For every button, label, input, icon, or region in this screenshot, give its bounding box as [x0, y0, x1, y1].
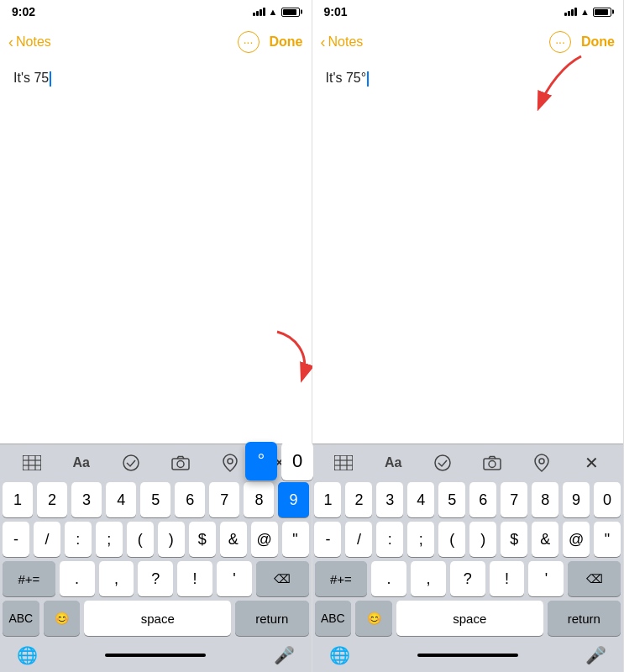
key-slash[interactable]: /: [34, 522, 60, 557]
r-key-rparen[interactable]: ): [469, 522, 496, 557]
key-colon[interactable]: :: [65, 522, 92, 557]
key-1[interactable]: 1: [3, 482, 33, 517]
right-format-label: Aa: [385, 455, 401, 470]
left-toolbar-camera[interactable]: [165, 448, 196, 478]
key-period[interactable]: .: [60, 561, 95, 596]
r-key-abc[interactable]: ABC: [315, 601, 352, 636]
r-key-exclaim[interactable]: !: [490, 561, 525, 596]
left-done-button[interactable]: Done: [270, 34, 303, 50]
left-globe-icon[interactable]: 🌐: [17, 645, 38, 665]
right-toolbar-close[interactable]: ✕: [576, 448, 606, 478]
r-key-colon[interactable]: :: [376, 522, 403, 557]
r-key-6[interactable]: 6: [469, 482, 496, 517]
left-more-button[interactable]: ···: [238, 31, 260, 53]
key-dollar[interactable]: $: [189, 522, 216, 557]
key-8[interactable]: 8: [244, 482, 274, 517]
key-4[interactable]: 4: [106, 482, 136, 517]
left-keyboard[interactable]: ° 0 1 2 3 4 5 6 7 8 9 - / : ; ( ) $: [0, 480, 312, 643]
r-key-comma[interactable]: ,: [411, 561, 446, 596]
r-key-slash[interactable]: /: [345, 522, 372, 557]
key-9-highlighted[interactable]: 9: [278, 482, 308, 517]
r-key-0[interactable]: 0: [594, 482, 621, 517]
key-comma[interactable]: ,: [99, 561, 134, 596]
r-key-3[interactable]: 3: [376, 482, 403, 517]
key-apostrophe[interactable]: ': [217, 561, 252, 596]
right-special-row: #+= . , ? ! ' ⌫: [315, 561, 621, 596]
right-more-button[interactable]: ···: [549, 31, 571, 53]
r-key-return[interactable]: return: [548, 601, 621, 636]
left-mic-icon[interactable]: 🎤: [274, 645, 295, 665]
right-red-arrow: [522, 52, 598, 119]
r-key-emoji[interactable]: 😊: [355, 601, 392, 636]
right-back-button[interactable]: ‹ Notes: [321, 34, 364, 51]
key-ampersand[interactable]: &: [220, 522, 247, 557]
r-key-semicolon[interactable]: ;: [407, 522, 434, 557]
key-5[interactable]: 5: [140, 482, 170, 517]
r-key-quote[interactable]: ": [594, 522, 621, 557]
right-done-button[interactable]: Done: [581, 34, 615, 50]
left-nav-bar: ‹ Notes ··· Done: [0, 24, 312, 60]
right-note-content[interactable]: It's 75°: [312, 60, 624, 444]
key-space[interactable]: space: [84, 601, 231, 636]
r-key-5[interactable]: 5: [438, 482, 465, 517]
r-key-2[interactable]: 2: [345, 482, 372, 517]
r-key-at[interactable]: @: [563, 522, 590, 557]
right-close-icon: ✕: [585, 453, 599, 473]
key-question[interactable]: ?: [138, 561, 173, 596]
right-toolbar-location[interactable]: [527, 448, 557, 478]
key-dash[interactable]: -: [3, 522, 29, 557]
left-toolbar-format[interactable]: Aa: [66, 448, 97, 478]
r-key-space[interactable]: space: [396, 601, 543, 636]
key-backspace[interactable]: ⌫: [256, 561, 309, 596]
key-3[interactable]: 3: [71, 482, 102, 517]
r-key-lparen[interactable]: (: [438, 522, 465, 557]
r-key-dollar[interactable]: $: [501, 522, 527, 557]
right-toolbar-camera[interactable]: [477, 448, 507, 478]
key-7[interactable]: 7: [209, 482, 239, 517]
right-keyboard-toolbar: Aa ✕: [312, 444, 624, 480]
right-mic-icon[interactable]: 🎤: [585, 645, 606, 665]
key-semicolon[interactable]: ;: [96, 522, 123, 557]
r-key-apostrophe[interactable]: ': [528, 561, 564, 596]
right-keyboard[interactable]: 1 2 3 4 5 6 7 8 9 0 - / : ; ( ) $ & @ " …: [312, 480, 624, 643]
key-lparen[interactable]: (: [127, 522, 154, 557]
key-return[interactable]: return: [235, 601, 308, 636]
right-globe-icon[interactable]: 🌐: [329, 645, 350, 665]
left-chevron-icon: ‹: [8, 34, 13, 51]
key-at[interactable]: @: [251, 522, 278, 557]
key-exclaim[interactable]: !: [177, 561, 212, 596]
r-key-question[interactable]: ?: [450, 561, 485, 596]
left-back-button[interactable]: ‹ Notes: [8, 34, 51, 51]
key-quote[interactable]: ": [282, 522, 309, 557]
right-toolbar-table[interactable]: [328, 448, 359, 478]
r-key-1[interactable]: 1: [314, 482, 341, 517]
left-bottom-row: ABC 😊 space return: [3, 601, 309, 636]
key-2[interactable]: 2: [37, 482, 67, 517]
right-toolbar-format[interactable]: Aa: [378, 448, 408, 478]
left-toolbar-check[interactable]: [116, 448, 146, 478]
zero-key[interactable]: 0: [281, 442, 313, 480]
svg-point-17: [539, 459, 544, 464]
left-phone-panel: 9:02 ▲ ‹ Notes ··· Done It's 75: [0, 0, 312, 672]
left-toolbar-location[interactable]: [215, 448, 245, 478]
r-key-hashplus[interactable]: #+=: [315, 561, 368, 596]
r-key-period[interactable]: .: [371, 561, 406, 596]
left-toolbar-table[interactable]: [17, 448, 47, 478]
key-6[interactable]: 6: [175, 482, 205, 517]
r-key-backspace[interactable]: ⌫: [568, 561, 621, 596]
key-abc[interactable]: ABC: [3, 601, 39, 636]
svg-point-7: [177, 460, 184, 467]
left-status-icons: ▲: [253, 7, 300, 17]
right-home-indicator: [417, 654, 518, 657]
r-key-7[interactable]: 7: [501, 482, 527, 517]
r-key-dash[interactable]: -: [314, 522, 341, 557]
right-toolbar-check[interactable]: [427, 448, 458, 478]
r-key-9[interactable]: 9: [563, 482, 590, 517]
key-emoji[interactable]: 😊: [44, 601, 81, 636]
r-key-8[interactable]: 8: [532, 482, 558, 517]
r-key-4[interactable]: 4: [407, 482, 434, 517]
r-key-ampersand[interactable]: &: [532, 522, 558, 557]
key-rparen[interactable]: ): [158, 522, 185, 557]
key-hashplus[interactable]: #+=: [3, 561, 55, 596]
degree-key[interactable]: °: [245, 442, 277, 480]
